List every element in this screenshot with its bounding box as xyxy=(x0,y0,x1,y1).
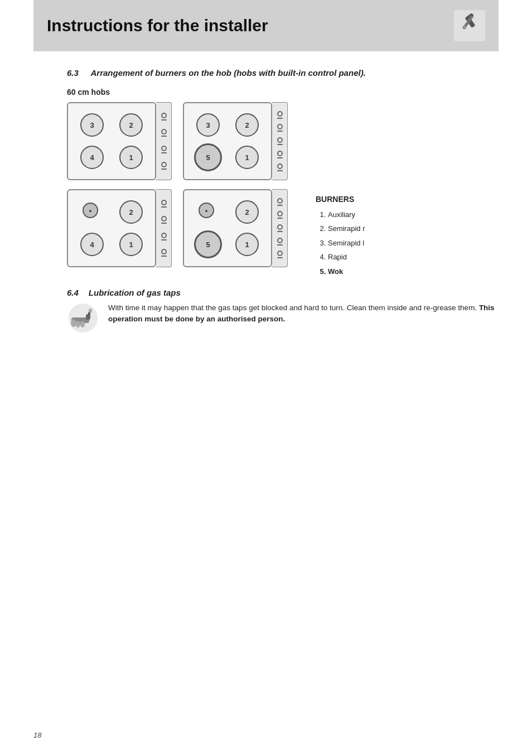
svg-point-10 xyxy=(76,321,80,328)
knob-7 xyxy=(277,137,283,145)
hob-diagram-4: • 2 5 1 xyxy=(183,189,288,267)
burner-aux-c: • xyxy=(83,203,98,218)
knob-14 xyxy=(277,198,283,206)
burner-list-item-2: Semirapid r xyxy=(328,222,365,235)
section-6-3-heading: 6.3 Arrangement of burners on the hob (h… xyxy=(67,67,499,79)
knob-13 xyxy=(161,249,167,257)
hob-surface-3: • 2 4 1 xyxy=(67,189,156,267)
knob-17 xyxy=(277,238,283,245)
hob-diagram-1: 3 2 4 1 xyxy=(67,102,172,180)
burner-4-a: 4 xyxy=(80,146,104,169)
knob-16 xyxy=(277,224,283,232)
knob-15 xyxy=(277,211,283,219)
control-panel-3 xyxy=(156,189,172,267)
burner-list-item-4: Rapid xyxy=(328,251,365,263)
section-6-3-number: 6.3 xyxy=(67,68,79,78)
section-6-4-heading: Lubrication of gas taps xyxy=(89,288,181,297)
knob-1 xyxy=(161,113,167,121)
burner-5-d: 5 xyxy=(194,230,222,258)
knob-3 xyxy=(161,146,167,153)
svg-point-9 xyxy=(71,319,76,327)
knob-5 xyxy=(277,111,283,119)
knob-10 xyxy=(161,200,167,208)
hob-surface-2: 3 2 5 1 xyxy=(183,102,272,180)
hob-diagram-2: 3 2 5 1 xyxy=(183,102,288,180)
knob-9 xyxy=(277,163,283,171)
knob-18 xyxy=(277,251,283,258)
hob-surface-1: 3 2 4 1 xyxy=(67,102,156,180)
burner-2-b: 2 xyxy=(235,113,259,137)
svg-point-11 xyxy=(80,321,85,328)
hob-surface-4: • 2 5 1 xyxy=(183,189,272,267)
burners-list: Auxiliary Semirapid r Semirapid l Rapid … xyxy=(316,208,365,278)
knob-8 xyxy=(277,151,283,158)
knob-6 xyxy=(277,124,283,132)
knob-2 xyxy=(161,129,167,137)
page-title: Instructions for the installer xyxy=(47,16,268,35)
tools-icon xyxy=(454,10,485,41)
burner-1-d: 1 xyxy=(235,233,259,256)
knob-4 xyxy=(161,162,167,170)
burner-aux-d: • xyxy=(199,203,214,218)
burner-2-c: 2 xyxy=(119,200,143,224)
burner-list-item-5: Wok xyxy=(328,265,365,278)
burners-legend: BURNERS Auxiliary Semirapid r Semirapid … xyxy=(316,195,365,279)
page-number: 18 xyxy=(33,731,41,739)
hobs-subsection-label: 60 cm hobs xyxy=(67,88,499,97)
burner-1-c: 1 xyxy=(119,233,143,256)
burner-list-item-3: Semirapid l xyxy=(328,237,365,249)
burner-4-c: 4 xyxy=(80,233,104,256)
svg-point-12 xyxy=(89,309,92,313)
section-6-3-title: Arrangement of burners on the hob (hobs … xyxy=(90,68,365,78)
header-bar: Instructions for the installer xyxy=(33,0,499,51)
hobs-top-row: 3 2 4 1 xyxy=(67,102,499,180)
lubrication-text: With time it may happen that the gas tap… xyxy=(108,302,499,323)
burner-3-a: 3 xyxy=(80,113,104,137)
hobs-bottom-row: • 2 4 1 xyxy=(67,189,499,279)
hobs-section: 60 cm hobs 3 2 4 1 xyxy=(67,88,499,279)
knob-12 xyxy=(161,233,167,240)
hob-diagram-3: • 2 4 1 xyxy=(67,189,172,267)
burner-1-a: 1 xyxy=(119,146,143,169)
burner-list-item-1: Auxiliary xyxy=(328,208,365,221)
control-panel-1 xyxy=(156,102,172,180)
burner-3-b: 3 xyxy=(196,113,220,137)
burner-1-b: 1 xyxy=(235,146,259,169)
burner-2-d: 2 xyxy=(235,200,259,224)
control-panel-2 xyxy=(272,102,288,180)
lubrication-body-normal: With time it may happen that the gas tap… xyxy=(108,304,479,312)
section-6-4: 6.4 Lubrication of gas taps xyxy=(67,288,499,334)
burner-2-a: 2 xyxy=(119,113,143,137)
control-panel-4 xyxy=(272,189,288,267)
burner-5-b: 5 xyxy=(194,143,222,171)
knob-11 xyxy=(161,216,167,224)
page-container: Instructions for the installer 6.3 Arran… xyxy=(0,0,532,756)
section-6-4-number: 6.4 xyxy=(67,288,79,297)
burners-legend-title: BURNERS xyxy=(316,195,365,204)
lubrication-icon xyxy=(67,302,99,334)
